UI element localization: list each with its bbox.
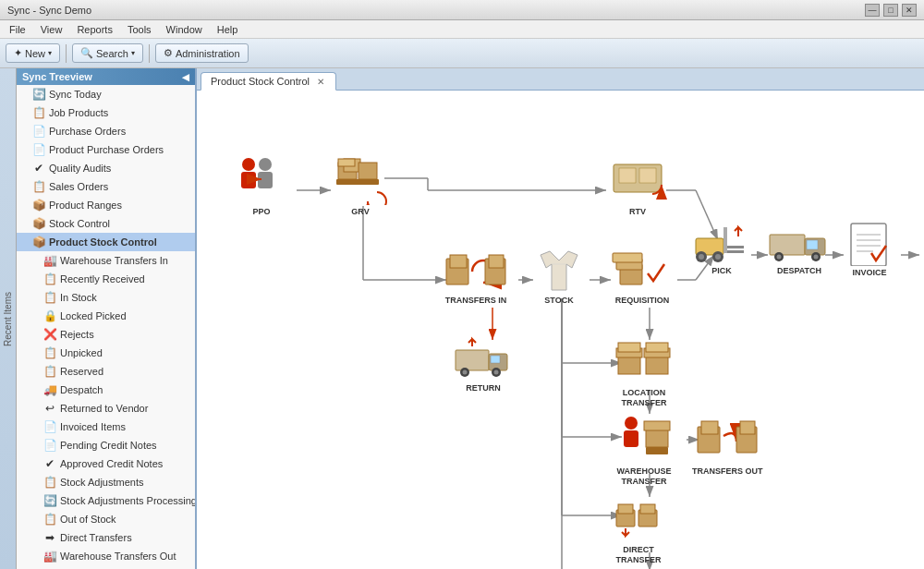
svg-rect-93 bbox=[701, 421, 718, 434]
menu-tools[interactable]: Tools bbox=[122, 22, 157, 37]
sidebar-item-out-of-stock[interactable]: 📋 Out of Stock bbox=[17, 510, 195, 528]
sidebar-item-reserved[interactable]: 📋 Reserved bbox=[17, 362, 195, 381]
stock-adjustments-processing-icon: 🔄 bbox=[43, 493, 57, 508]
purchase-orders-icon: 📄 bbox=[31, 124, 46, 139]
search-button[interactable]: 🔍 Search ▾ bbox=[72, 43, 143, 63]
svg-point-78 bbox=[463, 370, 468, 375]
transfers-out-icon bbox=[696, 414, 759, 465]
ppo-label: PPO bbox=[252, 207, 270, 217]
sidebar-item-product-ranges[interactable]: 📦 Product Ranges bbox=[17, 196, 195, 214]
window-title: Sync - Sync Demo bbox=[7, 5, 91, 16]
node-credit-note[interactable]: CREDIT NOTE bbox=[919, 220, 924, 288]
search-icon: 🔍 bbox=[80, 47, 93, 59]
node-stock[interactable]: STOCK bbox=[533, 248, 585, 306]
sidebar-item-returned-to-vendor[interactable]: ↩ Returned to Vendor bbox=[17, 399, 195, 418]
stock-adjustments-processing-label: Stock Adjustments Processing bbox=[60, 495, 197, 506]
reserved-label: Reserved bbox=[60, 366, 103, 377]
grv-label: GRV bbox=[351, 207, 369, 217]
sidebar-item-purchase-orders[interactable]: 📄 Purchase Orders bbox=[17, 122, 195, 140]
credit-note-label: CREDIT NOTE bbox=[919, 268, 924, 288]
toolbar-separator-1 bbox=[66, 44, 67, 63]
node-warehouse-transfer[interactable]: WAREHOUSETRANSFER bbox=[613, 414, 675, 487]
product-purchase-orders-label: Product Purchase Orders bbox=[49, 144, 164, 155]
tab-product-stock-control[interactable]: Product Stock Control ✕ bbox=[201, 72, 336, 91]
svg-rect-88 bbox=[624, 430, 638, 447]
node-invoice[interactable]: INVOICE bbox=[844, 220, 895, 278]
sidebar-item-approved-credit-notes[interactable]: ✔ Approved Credit Notes bbox=[17, 454, 195, 473]
svg-point-58 bbox=[814, 255, 819, 260]
administration-button[interactable]: ⚙ Administration bbox=[155, 43, 249, 63]
sidebar-item-pending-credit-notes[interactable]: 📄 Pending Credit Notes bbox=[17, 436, 195, 454]
menu-reports[interactable]: Reports bbox=[71, 22, 118, 37]
node-direct-transfer[interactable]: DIRECTTRANSFER bbox=[613, 497, 664, 565]
new-button[interactable]: ✦ New ▾ bbox=[6, 43, 60, 63]
svg-rect-39 bbox=[359, 163, 377, 179]
minimize-button[interactable]: — bbox=[865, 4, 880, 17]
sidebar-item-quality-audits[interactable]: ✔ Quality Audits bbox=[17, 159, 195, 177]
pick-icon bbox=[692, 220, 751, 264]
quality-audits-label: Quality Audits bbox=[49, 163, 111, 174]
node-despatch[interactable]: DESPATCH bbox=[768, 220, 831, 276]
sidebar-item-product-purchase-orders[interactable]: 📄 Product Purchase Orders bbox=[17, 140, 195, 159]
sidebar-item-sales-orders[interactable]: 📋 Sales Orders bbox=[17, 177, 195, 196]
transfers-in-icon bbox=[444, 248, 507, 294]
sidebar-item-warehouse-transfers-out[interactable]: 🏭 Warehouse Transfers Out bbox=[17, 547, 195, 565]
toolbar: ✦ New ▾ 🔍 Search ▾ ⚙ Administration bbox=[0, 39, 924, 68]
location-transfer-icon bbox=[613, 335, 675, 386]
tab-close-button[interactable]: ✕ bbox=[315, 76, 326, 87]
node-grv[interactable]: GRV bbox=[331, 155, 390, 217]
node-location-transfer[interactable]: LOCATIONTRANSFER bbox=[613, 335, 675, 408]
sidebar-item-direct-transfers[interactable]: ➡ Direct Transfers bbox=[17, 528, 195, 547]
svg-rect-54 bbox=[807, 240, 818, 249]
sidebar-item-locked-picked[interactable]: 🔒 Locked Picked bbox=[17, 307, 195, 325]
sidebar-item-stock-control[interactable]: 📦 Stock Control bbox=[17, 214, 195, 233]
svg-point-80 bbox=[494, 370, 499, 375]
recent-items-tab[interactable]: Recent Items bbox=[0, 68, 17, 569]
transfers-out-label: TRANSFERS OUT bbox=[692, 466, 763, 477]
sidebar-item-invoiced-items[interactable]: 📄 Invoiced Items bbox=[17, 418, 195, 436]
invoice-label: INVOICE bbox=[852, 268, 886, 278]
node-requisition[interactable]: REQUISITION bbox=[611, 248, 674, 306]
diagram-area[interactable]: PPO GRV bbox=[197, 91, 924, 569]
menu-file[interactable]: File bbox=[4, 22, 31, 37]
sidebar-item-in-stock[interactable]: 📋 In Stock bbox=[17, 288, 195, 307]
quality-audits-icon: ✔ bbox=[31, 161, 46, 176]
node-ppo[interactable]: PPO bbox=[232, 155, 291, 217]
node-pick[interactable]: PICK bbox=[692, 220, 751, 276]
despatch-icon bbox=[768, 220, 831, 264]
sidebar-expand-button[interactable]: ◀ bbox=[182, 72, 189, 82]
product-purchase-orders-icon: 📄 bbox=[31, 142, 46, 157]
direct-transfer-label: DIRECTTRANSFER bbox=[616, 545, 662, 565]
sidebar-item-despatch[interactable]: 🚚 Despatch bbox=[17, 381, 195, 399]
rejects-label: Rejects bbox=[60, 329, 94, 340]
svg-rect-99 bbox=[640, 504, 655, 514]
return-label: RETURN bbox=[466, 383, 501, 393]
svg-rect-90 bbox=[644, 421, 670, 430]
sidebar-item-job-products[interactable]: 📋 Job Products bbox=[17, 103, 195, 122]
sidebar-item-unpicked[interactable]: 📋 Unpicked bbox=[17, 344, 195, 362]
sidebar-item-product-stock-control[interactable]: 📦 Product Stock Control bbox=[17, 233, 195, 251]
sidebar-item-rejects[interactable]: ❌ Rejects bbox=[17, 325, 195, 344]
sidebar-item-recently-received[interactable]: 📋 Recently Received bbox=[17, 270, 195, 288]
menu-view[interactable]: View bbox=[35, 22, 68, 37]
admin-icon: ⚙ bbox=[164, 47, 173, 59]
svg-rect-69 bbox=[489, 255, 504, 268]
node-return[interactable]: RETURN bbox=[454, 335, 513, 393]
node-rtv[interactable]: RTV bbox=[608, 155, 667, 217]
stock-adjustments-icon: 📋 bbox=[43, 475, 57, 490]
sidebar-item-warehouse-transfers-in[interactable]: 🏭 Warehouse Transfers In bbox=[17, 251, 195, 270]
menu-window[interactable]: Window bbox=[161, 22, 208, 37]
sidebar-item-stock-adjustments[interactable]: 📋 Stock Adjustments bbox=[17, 473, 195, 491]
product-stock-control-icon: 📦 bbox=[31, 235, 46, 249]
job-products-icon: 📋 bbox=[31, 105, 46, 120]
sidebar-item-sync-today[interactable]: 🔄 Sync Today bbox=[17, 85, 195, 103]
node-transfers-in[interactable]: TRANSFERS IN bbox=[444, 248, 507, 306]
despatch-label: Despatch bbox=[60, 384, 103, 395]
menu-help[interactable]: Help bbox=[212, 22, 244, 37]
toolbar-separator-2 bbox=[149, 44, 150, 63]
node-transfers-out[interactable]: TRANSFERS OUT bbox=[692, 414, 763, 477]
sidebar-item-stock-adjustments-processing[interactable]: 🔄 Stock Adjustments Processing bbox=[17, 491, 195, 510]
maximize-button[interactable]: □ bbox=[883, 4, 898, 17]
sync-today-label: Sync Today bbox=[49, 89, 102, 100]
close-button[interactable]: ✕ bbox=[902, 4, 917, 17]
